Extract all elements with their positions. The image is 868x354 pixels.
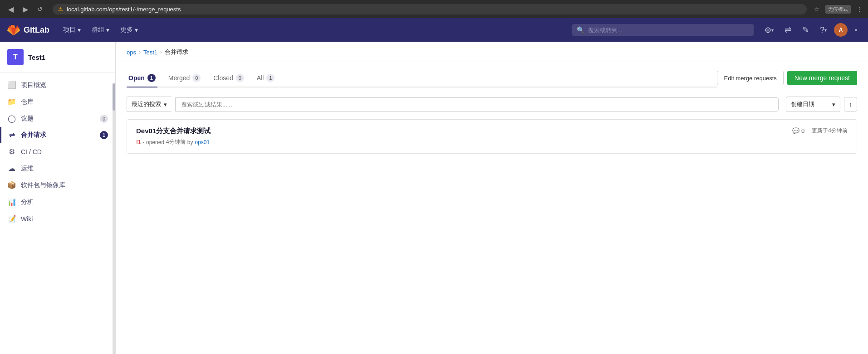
merge-requests-header-button[interactable]: ⇌ xyxy=(781,22,795,38)
sort-dropdown[interactable]: 创建日期 ▾ xyxy=(786,97,840,112)
sidebar-item-mr-label: 合并请求 xyxy=(21,131,46,139)
groups-chevron: ▾ xyxy=(106,26,109,34)
tab-closed-label: Closed xyxy=(213,74,233,82)
scrollbar-thumb[interactable] xyxy=(113,83,115,111)
tab-all-count: 1 xyxy=(266,74,275,82)
mr-author-link[interactable]: ops01 xyxy=(195,139,210,145)
project-avatar: T xyxy=(7,49,24,65)
todos-button[interactable]: ✎ xyxy=(799,22,813,38)
sort-direction-button[interactable]: ↕ xyxy=(844,97,857,112)
wiki-icon: 📝 xyxy=(7,214,16,223)
tab-merged-label: Merged xyxy=(168,74,190,82)
sidebar-project-header: T Test1 xyxy=(0,42,115,73)
gitlab-logo[interactable]: GitLab xyxy=(7,24,49,36)
avatar-chevron-button[interactable]: ▾ xyxy=(851,25,861,35)
groups-menu[interactable]: 群组 ▾ xyxy=(87,23,114,37)
edit-merge-requests-button[interactable]: Edit merge requests xyxy=(717,71,783,85)
no-trace-badge: 无痕模式 xyxy=(825,5,851,14)
tab-merged[interactable]: Merged 0 xyxy=(167,69,202,87)
filter-dropdown-label: 最近的搜索 xyxy=(132,100,161,108)
table-row: Dev01分支合并请求测试 !1 · opened 4分钟前 by ops01 … xyxy=(127,120,857,153)
content-area: ops › Test1 › 合并请求 Open 1 Merged 0 xyxy=(116,42,868,354)
back-button[interactable]: ◀ xyxy=(5,3,16,15)
tab-open[interactable]: Open 1 xyxy=(127,69,157,87)
mr-meta-time: 4分钟前 xyxy=(166,138,186,146)
sidebar-item-repository[interactable]: 📁 仓库 xyxy=(0,93,115,110)
header-search-container[interactable]: 🔍 xyxy=(572,24,754,36)
sort-direction-icon: ↕ xyxy=(849,101,852,108)
groups-label: 群组 xyxy=(92,26,104,34)
sidebar-project-name: Test1 xyxy=(28,53,45,61)
tab-closed[interactable]: Closed 0 xyxy=(211,69,246,87)
sort-chevron: ▾ xyxy=(832,101,835,108)
sidebar-item-packages[interactable]: 📦 软件包与镜像库 xyxy=(0,177,115,194)
scrollbar-track[interactable] xyxy=(113,83,115,354)
tab-open-count: 1 xyxy=(147,74,156,82)
mr-tabs: Open 1 Merged 0 Closed 0 All 1 xyxy=(127,69,717,87)
sidebar-item-operations[interactable]: ☁ 运维 xyxy=(0,160,115,177)
breadcrumb: ops › Test1 › 合并请求 xyxy=(116,42,868,62)
comment-icon: 💬 xyxy=(792,127,799,134)
sidebar-item-wiki[interactable]: 📝 Wiki xyxy=(0,210,115,227)
sidebar-item-cicd[interactable]: ⚙ CI / CD xyxy=(0,143,115,160)
sidebar-item-packages-label: 软件包与镜像库 xyxy=(21,181,65,189)
breadcrumb-ops[interactable]: ops xyxy=(127,49,136,56)
search-icon: 🔍 xyxy=(577,26,584,34)
tab-all[interactable]: All 1 xyxy=(255,69,277,87)
help-button[interactable]: ? ▾ xyxy=(816,23,830,38)
address-bar[interactable]: ⚠ local.gitlab.com/ops/test1/-/merge_req… xyxy=(53,4,807,15)
comment-number: 0 xyxy=(801,127,804,134)
browser-chrome: ◀ ▶ ↺ ⚠ local.gitlab.com/ops/test1/-/mer… xyxy=(0,0,868,18)
tab-all-label: All xyxy=(257,74,264,82)
repository-icon: 📁 xyxy=(7,97,16,106)
refresh-button[interactable]: ↺ xyxy=(34,4,45,15)
breadcrumb-test1[interactable]: Test1 xyxy=(143,49,157,56)
more-chevron: ▾ xyxy=(135,26,138,34)
tab-closed-count: 0 xyxy=(236,74,244,82)
help-chevron: ▾ xyxy=(824,28,827,33)
browser-menu-icon[interactable]: ⋮ xyxy=(856,5,863,13)
sort-label: 创建日期 xyxy=(791,100,814,108)
new-item-button[interactable]: ⊕ ▾ xyxy=(761,22,777,38)
sidebar-item-merge-requests[interactable]: ⇌ 合并请求 1 xyxy=(0,127,115,143)
sidebar-item-issues[interactable]: ◯ 议题 0 xyxy=(0,110,115,127)
filter-dropdown-chevron: ▾ xyxy=(164,101,167,108)
header-nav: 项目 ▾ 群组 ▾ 更多 ▾ xyxy=(59,23,565,37)
issues-icon: ◯ xyxy=(7,114,16,123)
security-icon: ⚠ xyxy=(58,6,63,12)
browser-right-icons: ☆ 无痕模式 ⋮ xyxy=(814,5,863,14)
mr-tabs-row: Open 1 Merged 0 Closed 0 All 1 xyxy=(127,69,857,87)
mr-meta-by: by xyxy=(187,139,193,145)
sidebar-item-repository-label: 仓库 xyxy=(21,98,34,106)
new-merge-request-button[interactable]: New merge request xyxy=(787,71,857,85)
search-input[interactable] xyxy=(588,27,749,34)
forward-button[interactable]: ▶ xyxy=(20,3,31,15)
avatar-chevron-icon: ▾ xyxy=(855,28,857,33)
mr-list: Dev01分支合并请求测试 !1 · opened 4分钟前 by ops01 … xyxy=(127,119,857,154)
url-text: local.gitlab.com/ops/test1/-/merge_reque… xyxy=(67,6,181,13)
mr-meta-status: opened xyxy=(146,139,164,145)
main-layout: T Test1 ⬜ 项目概览 📁 仓库 ◯ 议题 0 ⇌ 合并请求 1 xyxy=(0,42,868,354)
filter-search-input[interactable] xyxy=(175,97,779,112)
sidebar-item-analytics[interactable]: 📊 分析 xyxy=(0,194,115,210)
gitlab-header: GitLab 项目 ▾ 群组 ▾ 更多 ▾ 🔍 ⊕ ▾ ⇌ ✎ ? ▾ xyxy=(0,18,868,42)
mr-item-title[interactable]: Dev01分支合并请求测试 xyxy=(136,127,783,136)
sidebar-item-operations-label: 运维 xyxy=(21,165,34,173)
sidebar-item-issues-label: 议题 xyxy=(21,115,34,123)
filter-dropdown[interactable]: 最近的搜索 ▾ xyxy=(127,97,172,112)
sidebar-item-analytics-label: 分析 xyxy=(21,198,34,206)
more-menu[interactable]: 更多 ▾ xyxy=(116,23,142,37)
projects-menu[interactable]: 项目 ▾ xyxy=(59,23,85,37)
tab-open-label: Open xyxy=(128,74,145,82)
gitlab-logo-icon xyxy=(7,24,20,36)
user-avatar[interactable]: A xyxy=(834,23,848,37)
sidebar-item-overview[interactable]: ⬜ 项目概览 xyxy=(0,77,115,93)
tab-merged-count: 0 xyxy=(192,74,201,82)
browser-star-icon[interactable]: ☆ xyxy=(814,5,820,13)
avatar-initial: A xyxy=(839,27,843,33)
mr-id: !1 xyxy=(136,139,141,145)
mr-meta-separator: · xyxy=(143,139,144,145)
packages-icon: 📦 xyxy=(7,181,16,189)
mr-comment-count: 💬 0 xyxy=(792,127,804,134)
merge-icon: ⇌ xyxy=(785,25,791,35)
